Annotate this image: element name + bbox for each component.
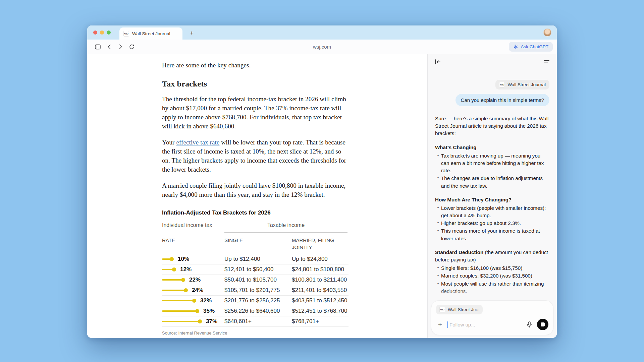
minimize-window-button[interactable] (100, 31, 104, 35)
reload-button-icon[interactable] (126, 42, 138, 52)
article-paragraph: A married couple filing jointly could ha… (162, 181, 348, 199)
rate-bar (162, 258, 172, 260)
composer-chip-label: Wall Street Journal (448, 307, 479, 312)
sidebar-toggle-icon[interactable] (92, 42, 103, 52)
table-row: 12% $12,401 to $50,400 $24,801 to $100,8… (162, 264, 348, 275)
context-chip-wsj[interactable]: WSJ Wall Street Journal (495, 80, 549, 89)
composer: WSJ Wall Street Journal + (431, 300, 553, 335)
ask-chatgpt-button[interactable]: Ask ChatGPT (509, 42, 553, 52)
column-header-rate: RATE (162, 237, 224, 251)
bullet-item: •This means more of your income is taxed… (435, 227, 549, 242)
married-range: $211,401 to $403,550 (292, 286, 347, 294)
table-source: Source: Internal Revenue Service (162, 330, 348, 336)
table-row: 22% $50,401 to $105,700 $100,801 to $211… (162, 275, 348, 285)
single-range: $105,701 to $201,775 (224, 286, 292, 294)
single-range: $50,401 to $105,700 (224, 276, 292, 284)
single-range: $640,601+ (224, 317, 292, 325)
rate-value: 12% (180, 265, 192, 274)
table-group-taxable-income: Taxable income (224, 222, 347, 233)
back-button-icon[interactable] (103, 42, 115, 52)
bullet-item: •Lower brackets (people with smaller inc… (435, 204, 549, 219)
article-pane: Here are some of the key changes. Tax br… (87, 54, 427, 338)
bullet-item: •Married couples: $32,200 (was $31,500) (435, 272, 549, 280)
wsj-favicon-icon: WSJ (439, 307, 445, 312)
rate-value: 22% (189, 276, 201, 284)
article-heading-tax-brackets: Tax brackets (162, 78, 348, 89)
table-row: 35% $256,226 to $640,600 $512,451 to $76… (162, 306, 348, 316)
bullet-item: •Tax brackets are moving up — meaning yo… (435, 152, 549, 175)
married-range: $100,801 to $211,400 (292, 276, 347, 284)
article-paragraph: The threshold for the top federal income… (162, 95, 348, 131)
table-title: Inflation-Adjusted Tax Brackets for 2026 (162, 209, 348, 217)
close-window-button[interactable] (93, 31, 97, 35)
microphone-icon[interactable] (525, 320, 534, 329)
section-title-whats-changing: What’s Changing (435, 144, 549, 151)
table-row: 10% Up to $12,400 Up to $24,800 (162, 254, 348, 264)
stop-generating-button[interactable] (537, 319, 548, 330)
context-chip-label: Wall Street Journal (507, 82, 546, 87)
married-range: $768,701+ (292, 317, 347, 325)
paragraph-text: Your (162, 139, 176, 146)
profile-avatar[interactable] (543, 28, 551, 37)
bullet-text: Most people will use this rather than it… (441, 280, 549, 295)
single-range: $201,776 to $256,225 (224, 297, 292, 305)
bullet-text: Tax brackets are moving up — meaning you… (441, 152, 549, 175)
section-title-standard-deduction: Standard Deduction (the amount you can d… (435, 249, 549, 263)
new-tab-button[interactable]: + (190, 29, 194, 37)
forward-button-icon[interactable] (115, 42, 126, 52)
column-header-single: SINGLE (224, 237, 292, 251)
chat-thread: WSJ Wall Street Journal Can you explain … (428, 69, 557, 338)
rate-bar (162, 321, 200, 322)
table-group-individual: Individual income tax (162, 222, 224, 233)
married-range: $403,551 to $512,450 (292, 297, 347, 305)
bullet-text: Single filers: $16,100 (was $15,750) (441, 264, 549, 272)
table-row: 24% $105,701 to $201,775 $211,401 to $40… (162, 285, 348, 296)
text-cursor (447, 321, 448, 328)
collapse-sidebar-icon[interactable] (433, 57, 442, 66)
address-url[interactable]: wsj.com (87, 44, 557, 50)
navigation-bar: wsj.com Ask ChatGPT (87, 40, 557, 54)
rate-bar (162, 300, 195, 301)
article-intro: Here are some of the key changes. (162, 61, 348, 70)
tab-title: Wall Street Journal (132, 31, 170, 36)
wsj-favicon-icon: WSJ (499, 82, 505, 87)
tab-wall-street-journal[interactable]: WSJ Wall Street Journal (119, 27, 182, 40)
composer-context-chip[interactable]: WSJ Wall Street Journal (436, 305, 483, 314)
bullet-item: •Single filers: $16,100 (was $15,750) (435, 264, 549, 272)
section-title-how-much: How Much Are They Changing? (435, 196, 549, 203)
single-range: $256,226 to $640,600 (224, 307, 292, 315)
window-controls (93, 31, 111, 35)
tax-brackets-table: Inflation-Adjusted Tax Brackets for 2026… (162, 209, 348, 337)
bullet-text: Lower brackets (people with smaller inco… (441, 204, 549, 219)
bullet-text: Married couples: $32,200 (was $31,500) (441, 272, 549, 280)
rate-bar (162, 310, 198, 312)
openai-logo-icon (513, 44, 518, 49)
stop-square-icon (541, 322, 545, 326)
tab-bar: WSJ Wall Street Journal + (87, 25, 557, 40)
user-message-bubble: Can you explain this in simple terms? (455, 94, 549, 106)
rate-value: 35% (203, 307, 215, 315)
chatgpt-sidebar: WSJ Wall Street Journal Can you explain … (427, 54, 557, 338)
bullet-item: •The changes are due to inflation adjust… (435, 175, 549, 189)
assistant-message: Sure — here’s a simple summary of what t… (435, 115, 549, 325)
ask-chatgpt-label: Ask ChatGPT (521, 44, 548, 49)
single-range: $12,401 to $50,400 (224, 265, 292, 274)
follow-up-input[interactable] (449, 322, 522, 327)
section-title-bold: Standard Deduction (435, 249, 483, 255)
table-row: 32% $201,776 to $256,225 $403,551 to $51… (162, 296, 348, 306)
rate-value: 37% (206, 317, 217, 325)
browser-window: WSJ Wall Street Journal + wsj.com (87, 25, 557, 338)
column-header-married: MARRIED, FILING JOINTLY (292, 237, 347, 251)
single-range: Up to $12,400 (224, 255, 292, 263)
married-range: $24,801 to $100,800 (292, 265, 347, 274)
sidebar-menu-icon[interactable] (542, 57, 551, 66)
bullet-text: The changes are due to inflation adjustm… (441, 175, 549, 189)
article-paragraph: Your effective tax rate will be lower th… (162, 138, 348, 174)
table-row: 37% $640,601+ $768,701+ (162, 316, 348, 327)
effective-tax-rate-link[interactable]: effective tax rate (176, 139, 219, 146)
married-range: Up to $24,800 (292, 255, 347, 263)
attach-plus-icon[interactable]: + (436, 320, 444, 328)
rate-value: 24% (192, 286, 203, 294)
bullet-text: Higher brackets: go up about 2.3%. (441, 220, 549, 227)
zoom-window-button[interactable] (107, 31, 111, 35)
